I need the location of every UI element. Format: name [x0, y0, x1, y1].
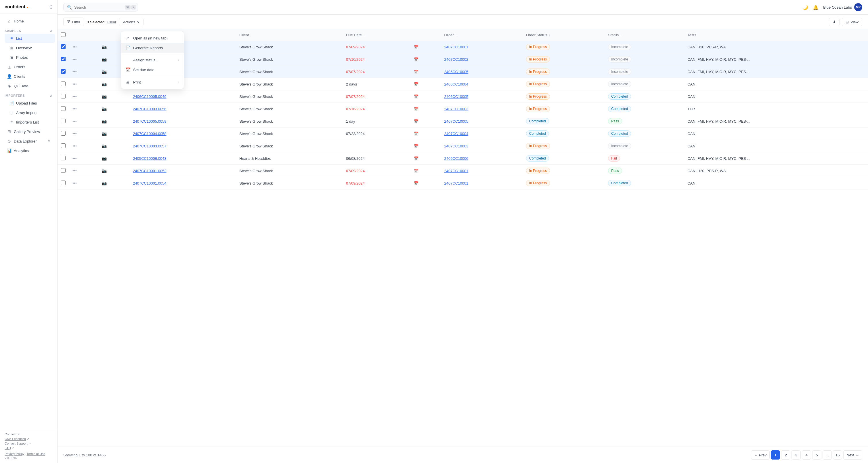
- filter-button[interactable]: ⧩ Filter: [63, 18, 84, 26]
- download-button[interactable]: ⬇: [829, 18, 839, 26]
- sidebar-item-overview[interactable]: ⊞ Overview: [5, 43, 55, 52]
- sidebar-item-analytics[interactable]: 📊 Analytics: [2, 146, 55, 155]
- notifications-icon[interactable]: 🔔: [813, 5, 818, 10]
- menu-item-assign-status[interactable]: Assign status... ›: [121, 55, 184, 65]
- page-2-button[interactable]: 2: [781, 450, 790, 460]
- calendar-icon[interactable]: 📅: [414, 107, 418, 111]
- sample-link[interactable]: 2406CC10005.0049: [133, 94, 166, 99]
- view-button[interactable]: ⊞ View: [842, 18, 862, 26]
- camera-icon[interactable]: 📷: [102, 107, 107, 111]
- calendar-icon[interactable]: 📅: [414, 70, 418, 74]
- row-actions-dots[interactable]: •••: [72, 156, 77, 161]
- menu-item-open-all[interactable]: ↗ Open all (in new tab): [121, 33, 184, 43]
- row-checkbox[interactable]: [61, 168, 66, 173]
- connect-link[interactable]: Connect: [5, 432, 17, 436]
- give-feedback-link[interactable]: Give Feedback: [5, 437, 26, 440]
- menu-item-set-due-date[interactable]: 📅 Set due date: [121, 65, 184, 75]
- row-checkbox[interactable]: [61, 69, 66, 74]
- prev-page-button[interactable]: ← Prev: [751, 450, 770, 460]
- row-actions-dots[interactable]: •••: [72, 82, 77, 86]
- order-link[interactable]: 2405CC10006: [444, 156, 468, 161]
- calendar-icon[interactable]: 📅: [414, 132, 418, 136]
- sidebar-item-qcdata[interactable]: ◈ QC Data: [2, 81, 55, 90]
- camera-icon[interactable]: 📷: [102, 156, 107, 161]
- order-link[interactable]: 2407CC10004: [444, 132, 468, 136]
- camera-icon[interactable]: 📷: [102, 169, 107, 173]
- row-actions-dots[interactable]: •••: [72, 107, 77, 111]
- row-checkbox[interactable]: [61, 44, 66, 49]
- order-link[interactable]: 2407CC10001: [444, 181, 468, 185]
- next-page-button[interactable]: Next →: [843, 450, 862, 460]
- sidebar-item-orders[interactable]: ◫ Orders: [2, 62, 55, 71]
- order-link[interactable]: 2407CC10003: [444, 144, 468, 148]
- row-actions-dots[interactable]: •••: [72, 169, 77, 173]
- order-sort-icon[interactable]: ↕: [455, 34, 457, 37]
- row-actions-dots[interactable]: •••: [72, 144, 77, 148]
- status-sort-icon[interactable]: ↕: [620, 34, 622, 37]
- row-checkbox[interactable]: [61, 106, 66, 111]
- search-input[interactable]: [74, 5, 123, 9]
- camera-icon[interactable]: 📷: [102, 131, 107, 136]
- order-link[interactable]: 2406CC10005: [444, 70, 468, 74]
- search-box[interactable]: 🔍 ⌘ K: [63, 3, 138, 11]
- camera-icon[interactable]: 📷: [102, 82, 107, 86]
- menu-item-print[interactable]: 🖨 Print ›: [121, 77, 184, 87]
- calendar-icon[interactable]: 📅: [414, 45, 418, 49]
- sidebar-item-home[interactable]: ⌂ Home: [2, 17, 55, 26]
- clear-selection-link[interactable]: Clear: [107, 20, 116, 24]
- row-actions-dots[interactable]: •••: [72, 181, 77, 185]
- row-checkbox[interactable]: [61, 180, 66, 185]
- row-checkbox[interactable]: [61, 119, 66, 123]
- sidebar-item-array-import[interactable]: [] Array Import: [5, 108, 55, 117]
- page-1-button[interactable]: 1: [771, 450, 780, 460]
- row-actions-dots[interactable]: •••: [72, 131, 77, 136]
- camera-icon[interactable]: 📷: [102, 45, 107, 49]
- row-checkbox[interactable]: [61, 57, 66, 61]
- order-link[interactable]: 2407CC10005: [444, 119, 468, 123]
- row-checkbox[interactable]: [61, 143, 66, 148]
- camera-icon[interactable]: 📷: [102, 181, 107, 185]
- row-checkbox[interactable]: [61, 156, 66, 161]
- page-last-button[interactable]: 15: [833, 450, 842, 460]
- sample-link[interactable]: 2407CC10003.0057: [133, 144, 166, 148]
- privacy-policy-link[interactable]: Privacy Policy: [5, 452, 24, 456]
- row-checkbox[interactable]: [61, 94, 66, 98]
- sidebar-item-photos[interactable]: ▣ Photos: [5, 53, 55, 62]
- sample-link[interactable]: 2407CC10005.0059: [133, 119, 166, 123]
- order-link[interactable]: 2407CC10001: [444, 169, 468, 173]
- calendar-icon[interactable]: 📅: [414, 144, 418, 148]
- row-actions-dots[interactable]: •••: [72, 69, 77, 74]
- calendar-icon[interactable]: 📅: [414, 82, 418, 86]
- sidebar-item-importers-list[interactable]: ≡ Importers List: [5, 117, 55, 127]
- row-actions-dots[interactable]: •••: [72, 119, 77, 123]
- actions-button[interactable]: Actions ∨: [119, 18, 144, 26]
- row-checkbox[interactable]: [61, 131, 66, 136]
- order-link[interactable]: 2407CC10003: [444, 107, 468, 111]
- row-actions-dots[interactable]: •••: [72, 57, 77, 62]
- camera-icon[interactable]: 📷: [102, 57, 107, 62]
- sidebar-item-upload-files[interactable]: 📄 Upload Files: [5, 98, 55, 108]
- samples-section-toggle[interactable]: ∧: [50, 29, 53, 33]
- due-date-sort-icon[interactable]: ↕: [364, 34, 365, 37]
- sample-link[interactable]: 2407CC10003.0056: [133, 107, 166, 111]
- calendar-icon[interactable]: 📅: [414, 181, 418, 185]
- calendar-icon[interactable]: 📅: [414, 94, 418, 99]
- dark-mode-icon[interactable]: 🌙: [802, 5, 808, 10]
- sample-link[interactable]: 2405CC10006.0043: [133, 156, 166, 161]
- calendar-icon[interactable]: 📅: [414, 57, 418, 62]
- page-ellipsis[interactable]: ...: [823, 450, 832, 460]
- terms-of-use-link[interactable]: Terms of Use: [27, 452, 45, 456]
- calendar-icon[interactable]: 📅: [414, 169, 418, 173]
- sample-link[interactable]: 2407CC10001.0054: [133, 181, 166, 185]
- order-link[interactable]: 2407CC10001: [444, 45, 468, 49]
- order-link[interactable]: 2406CC10004: [444, 82, 468, 86]
- menu-item-generate-reports[interactable]: 📄 Generate Reports: [121, 43, 184, 53]
- order-status-sort-icon[interactable]: ↕: [549, 34, 550, 37]
- sidebar-item-list[interactable]: ≡ List: [5, 34, 55, 43]
- calendar-icon[interactable]: 📅: [414, 156, 418, 161]
- row-actions-dots[interactable]: •••: [72, 45, 77, 49]
- order-link[interactable]: 2407CC10002: [444, 57, 468, 62]
- avatar[interactable]: MP: [854, 3, 862, 11]
- sample-link[interactable]: 2407CC10001.0052: [133, 169, 166, 173]
- row-checkbox[interactable]: [61, 82, 66, 86]
